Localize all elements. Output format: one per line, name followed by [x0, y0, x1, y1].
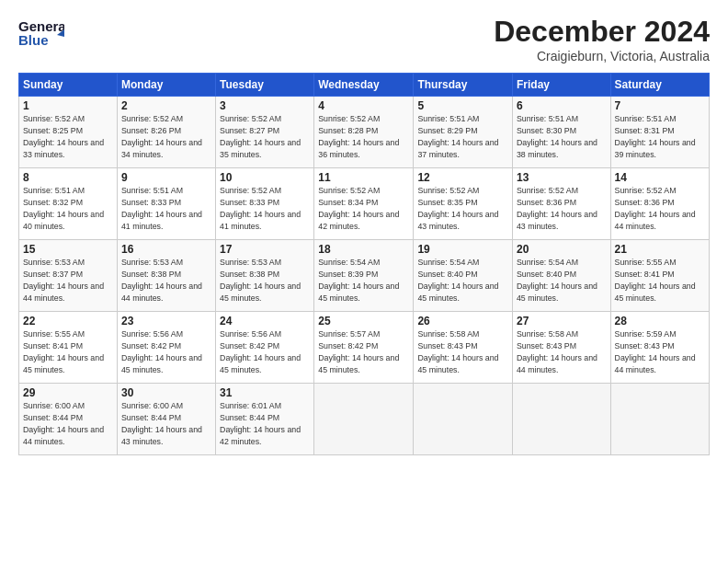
day-number: 4 [318, 99, 409, 112]
day-info: Sunrise: 5:53 AMSunset: 8:37 PMDaylight:… [23, 258, 104, 303]
day-number: 16 [121, 243, 211, 256]
day-info: Sunrise: 5:59 AMSunset: 8:43 PMDaylight:… [615, 329, 696, 374]
col-wednesday: Wednesday [314, 74, 414, 97]
table-row: 24 Sunrise: 5:56 AMSunset: 8:42 PMDaylig… [216, 312, 314, 384]
day-number: 22 [23, 315, 113, 327]
day-number: 6 [517, 99, 607, 112]
table-row [414, 384, 513, 455]
table-row: 30 Sunrise: 6:00 AMSunset: 8:44 PMDaylig… [117, 384, 215, 455]
logo: General Blue [18, 15, 64, 50]
svg-text:Blue: Blue [18, 32, 49, 48]
day-number: 8 [23, 171, 113, 184]
day-info: Sunrise: 5:53 AMSunset: 8:38 PMDaylight:… [220, 258, 301, 303]
day-number: 15 [23, 243, 113, 256]
day-number: 25 [318, 315, 409, 327]
day-info: Sunrise: 5:52 AMSunset: 8:28 PMDaylight:… [318, 114, 399, 159]
day-number: 12 [417, 171, 508, 184]
table-row: 25 Sunrise: 5:57 AMSunset: 8:42 PMDaylig… [314, 312, 414, 384]
title-area: December 2024 Craigieburn, Victoria, Aus… [494, 15, 710, 63]
table-row: 14 Sunrise: 5:52 AMSunset: 8:36 PMDaylig… [610, 168, 709, 240]
table-row: 15 Sunrise: 5:53 AMSunset: 8:37 PMDaylig… [19, 240, 118, 312]
day-info: Sunrise: 5:51 AMSunset: 8:33 PMDaylight:… [121, 186, 202, 231]
col-thursday: Thursday [414, 74, 513, 97]
day-number: 1 [23, 99, 113, 112]
table-row: 11 Sunrise: 5:52 AMSunset: 8:34 PMDaylig… [314, 168, 414, 240]
table-row: 6 Sunrise: 5:51 AMSunset: 8:30 PMDayligh… [512, 97, 610, 168]
day-info: Sunrise: 5:55 AMSunset: 8:41 PMDaylight:… [615, 258, 696, 303]
table-row: 26 Sunrise: 5:58 AMSunset: 8:43 PMDaylig… [414, 312, 513, 384]
col-friday: Friday [512, 74, 610, 97]
day-info: Sunrise: 5:52 AMSunset: 8:35 PMDaylight:… [417, 186, 498, 231]
table-row: 2 Sunrise: 5:52 AMSunset: 8:26 PMDayligh… [117, 97, 215, 168]
day-number: 3 [220, 99, 310, 112]
day-info: Sunrise: 5:52 AMSunset: 8:36 PMDaylight:… [517, 186, 597, 231]
day-info: Sunrise: 5:55 AMSunset: 8:41 PMDaylight:… [23, 329, 104, 374]
table-row: 27 Sunrise: 5:58 AMSunset: 8:43 PMDaylig… [512, 312, 610, 384]
day-info: Sunrise: 5:57 AMSunset: 8:42 PMDaylight:… [318, 329, 399, 374]
table-row: 16 Sunrise: 5:53 AMSunset: 8:38 PMDaylig… [117, 240, 215, 312]
day-number: 2 [121, 99, 211, 112]
day-number: 10 [220, 171, 310, 184]
day-info: Sunrise: 5:52 AMSunset: 8:34 PMDaylight:… [318, 186, 399, 231]
table-row: 8 Sunrise: 5:51 AMSunset: 8:32 PMDayligh… [19, 168, 118, 240]
day-info: Sunrise: 6:00 AMSunset: 8:44 PMDaylight:… [121, 401, 202, 446]
calendar-table: Sunday Monday Tuesday Wednesday Thursday… [18, 73, 710, 455]
table-row: 10 Sunrise: 5:52 AMSunset: 8:33 PMDaylig… [216, 168, 314, 240]
day-number: 11 [318, 171, 409, 184]
table-row: 7 Sunrise: 5:51 AMSunset: 8:31 PMDayligh… [610, 97, 709, 168]
table-row: 19 Sunrise: 5:54 AMSunset: 8:40 PMDaylig… [414, 240, 513, 312]
day-info: Sunrise: 5:58 AMSunset: 8:43 PMDaylight:… [517, 329, 597, 374]
day-number: 30 [121, 386, 211, 399]
day-number: 13 [517, 171, 607, 184]
day-info: Sunrise: 5:52 AMSunset: 8:25 PMDaylight:… [23, 114, 104, 159]
logo-icon: General Blue [18, 15, 64, 50]
table-row: 3 Sunrise: 5:52 AMSunset: 8:27 PMDayligh… [216, 97, 314, 168]
day-info: Sunrise: 5:51 AMSunset: 8:31 PMDaylight:… [615, 114, 696, 159]
day-number: 14 [615, 171, 705, 184]
table-row: 1 Sunrise: 5:52 AMSunset: 8:25 PMDayligh… [19, 97, 118, 168]
day-info: Sunrise: 5:58 AMSunset: 8:43 PMDaylight:… [417, 329, 498, 374]
day-info: Sunrise: 5:56 AMSunset: 8:42 PMDaylight:… [220, 329, 301, 374]
day-number: 9 [121, 171, 211, 184]
day-number: 27 [517, 315, 607, 327]
table-row [314, 384, 414, 455]
col-saturday: Saturday [610, 74, 709, 97]
page-title: December 2024 [494, 15, 710, 49]
day-info: Sunrise: 5:54 AMSunset: 8:39 PMDaylight:… [318, 258, 399, 303]
table-row: 12 Sunrise: 5:52 AMSunset: 8:35 PMDaylig… [414, 168, 513, 240]
day-number: 29 [23, 386, 113, 399]
table-row: 18 Sunrise: 5:54 AMSunset: 8:39 PMDaylig… [314, 240, 414, 312]
table-row [610, 384, 709, 455]
col-sunday: Sunday [19, 74, 118, 97]
day-number: 18 [318, 243, 409, 256]
day-info: Sunrise: 5:52 AMSunset: 8:26 PMDaylight:… [121, 114, 202, 159]
day-info: Sunrise: 6:00 AMSunset: 8:44 PMDaylight:… [23, 401, 104, 446]
day-number: 24 [220, 315, 310, 327]
day-info: Sunrise: 6:01 AMSunset: 8:44 PMDaylight:… [220, 401, 301, 446]
table-row: 20 Sunrise: 5:54 AMSunset: 8:40 PMDaylig… [512, 240, 610, 312]
table-row: 29 Sunrise: 6:00 AMSunset: 8:44 PMDaylig… [19, 384, 118, 455]
day-info: Sunrise: 5:51 AMSunset: 8:30 PMDaylight:… [517, 114, 597, 159]
day-info: Sunrise: 5:51 AMSunset: 8:32 PMDaylight:… [23, 186, 104, 231]
day-info: Sunrise: 5:52 AMSunset: 8:33 PMDaylight:… [220, 186, 301, 231]
day-number: 7 [615, 99, 705, 112]
day-number: 20 [517, 243, 607, 256]
table-row: 21 Sunrise: 5:55 AMSunset: 8:41 PMDaylig… [610, 240, 709, 312]
day-info: Sunrise: 5:51 AMSunset: 8:29 PMDaylight:… [417, 114, 498, 159]
table-row: 31 Sunrise: 6:01 AMSunset: 8:44 PMDaylig… [216, 384, 314, 455]
day-info: Sunrise: 5:52 AMSunset: 8:36 PMDaylight:… [615, 186, 696, 231]
table-row: 17 Sunrise: 5:53 AMSunset: 8:38 PMDaylig… [216, 240, 314, 312]
col-monday: Monday [117, 74, 215, 97]
day-number: 26 [417, 315, 508, 327]
table-row: 5 Sunrise: 5:51 AMSunset: 8:29 PMDayligh… [414, 97, 513, 168]
table-row: 4 Sunrise: 5:52 AMSunset: 8:28 PMDayligh… [314, 97, 414, 168]
day-number: 19 [417, 243, 508, 256]
day-info: Sunrise: 5:56 AMSunset: 8:42 PMDaylight:… [121, 329, 202, 374]
day-number: 21 [615, 243, 705, 256]
day-number: 5 [417, 99, 508, 112]
table-row: 28 Sunrise: 5:59 AMSunset: 8:43 PMDaylig… [610, 312, 709, 384]
table-row: 13 Sunrise: 5:52 AMSunset: 8:36 PMDaylig… [512, 168, 610, 240]
day-info: Sunrise: 5:53 AMSunset: 8:38 PMDaylight:… [121, 258, 202, 303]
page-subtitle: Craigieburn, Victoria, Australia [494, 49, 710, 63]
table-row: 9 Sunrise: 5:51 AMSunset: 8:33 PMDayligh… [117, 168, 215, 240]
